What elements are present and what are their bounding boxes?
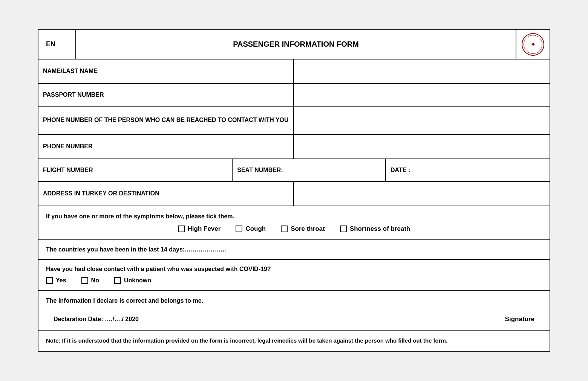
high-fever-checkbox[interactable] — [178, 226, 185, 232]
sore-throat-checkbox[interactable] — [281, 226, 288, 232]
unknown-label: Unknown — [124, 277, 151, 284]
note-text: Note: If it is understood that the infor… — [46, 337, 447, 344]
phone-value[interactable] — [294, 135, 550, 158]
yes-checkbox[interactable] — [46, 277, 53, 284]
unknown-checkbox[interactable] — [114, 277, 121, 284]
passport-label: PASSPORT NUMBER — [38, 84, 294, 106]
form-header: EN PASSENGER INFORMATION FORM ✦ — [38, 30, 550, 59]
logo-box: ✦ — [516, 30, 550, 59]
no-label: No — [91, 277, 99, 284]
covid-question: Have you had close contact with a patien… — [46, 266, 542, 273]
yes-label: Yes — [56, 277, 66, 284]
covid-options: Yes No Unknown — [46, 277, 542, 284]
declaration-text: The information I declare is correct and… — [46, 297, 542, 304]
name-row: NAME/LAST NAME — [38, 59, 550, 84]
logo-star: ✦ — [530, 40, 536, 49]
contact-person-value[interactable] — [294, 107, 550, 134]
address-row: ADDRESS IN TURKEY OR DESTINATION — [38, 182, 550, 206]
logo-icon: ✦ — [522, 33, 544, 56]
symptom-high-fever[interactable]: High Fever — [178, 225, 221, 233]
signature-label: Signature — [505, 315, 534, 323]
symptom-shortness-of-breath[interactable]: Shortness of breath — [340, 225, 410, 233]
cough-label: Cough — [245, 225, 266, 233]
contact-person-label: PHONE NUMBER OF THE PERSON WHO CAN BE RE… — [38, 107, 294, 134]
countries-text: The countries you have been in the last … — [46, 246, 226, 253]
name-label: NAME/LAST NAME — [38, 59, 294, 83]
shortness-of-breath-checkbox[interactable] — [340, 226, 347, 232]
symptoms-instruction: If you have one or more of the symptoms … — [46, 213, 542, 220]
high-fever-label: High Fever — [188, 225, 221, 233]
countries-section: The countries you have been in the last … — [38, 240, 550, 260]
language-label: EN — [38, 30, 76, 59]
seat-number-label: SEAT NUMBER: — [233, 159, 386, 181]
phone-row: PHONE NUMBER — [38, 135, 550, 159]
phone-label: PHONE NUMBER — [38, 135, 294, 158]
form-title: PASSENGER INFORMATION FORM — [76, 30, 516, 59]
form-container: EN PASSENGER INFORMATION FORM ✦ NAME/LAS… — [38, 29, 550, 352]
symptoms-checkboxes: High Fever Cough Sore throat Shortness o… — [46, 225, 542, 233]
declaration-bottom: Declaration Date: …./…./ 2020 Signature — [46, 315, 542, 323]
note-section: Note: If it is understood that the infor… — [38, 331, 550, 351]
flight-number-label: FLIGHT NUMBER — [38, 159, 233, 181]
name-value[interactable] — [294, 59, 550, 83]
sore-throat-label: Sore throat — [291, 225, 325, 233]
declaration-section: The information I declare is correct and… — [38, 291, 550, 331]
address-label: ADDRESS IN TURKEY OR DESTINATION — [38, 182, 294, 206]
covid-contact-section: Have you had close contact with a patien… — [38, 260, 550, 291]
covid-no[interactable]: No — [81, 277, 99, 284]
covid-unknown[interactable]: Unknown — [114, 277, 151, 284]
flight-row: FLIGHT NUMBER SEAT NUMBER: DATE : — [38, 159, 550, 182]
contact-person-row: PHONE NUMBER OF THE PERSON WHO CAN BE RE… — [38, 107, 550, 135]
cough-checkbox[interactable] — [236, 226, 242, 232]
address-value[interactable] — [294, 182, 550, 206]
symptoms-section: If you have one or more of the symptoms … — [38, 206, 550, 240]
passport-value[interactable] — [294, 84, 550, 106]
logo-inner: ✦ — [524, 35, 542, 54]
shortness-of-breath-label: Shortness of breath — [350, 225, 410, 233]
symptom-sore-throat[interactable]: Sore throat — [281, 225, 325, 233]
passport-row: PASSPORT NUMBER — [38, 84, 550, 107]
covid-yes[interactable]: Yes — [46, 277, 66, 284]
declaration-date: Declaration Date: …./…./ 2020 — [54, 316, 139, 323]
date-label: DATE : — [386, 159, 550, 181]
symptom-cough[interactable]: Cough — [236, 225, 266, 233]
no-checkbox[interactable] — [81, 277, 88, 284]
